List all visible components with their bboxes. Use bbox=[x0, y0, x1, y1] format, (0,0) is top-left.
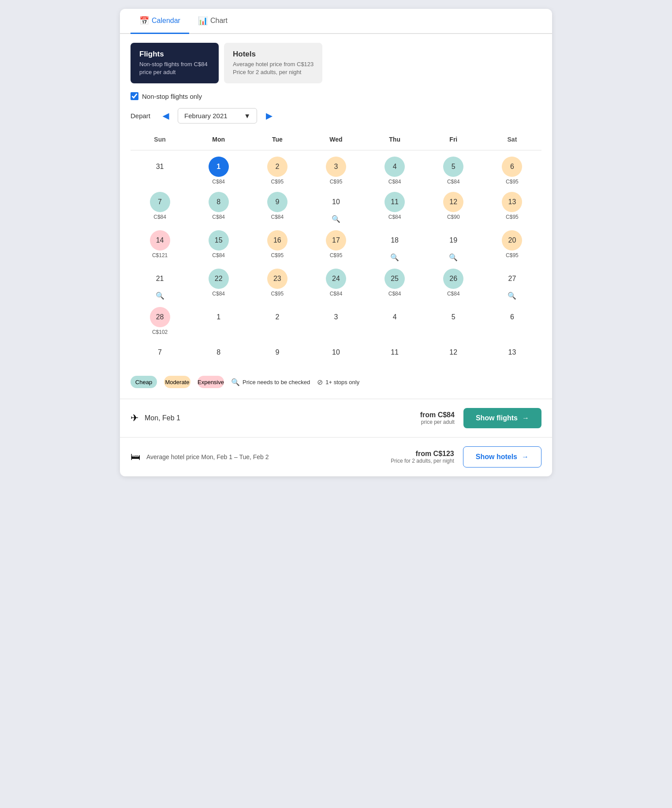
day-circle: 24 bbox=[326, 269, 346, 289]
calendar-day-16[interactable]: 16C$95 bbox=[248, 228, 306, 264]
calendar-day-14[interactable]: 14C$121 bbox=[131, 228, 189, 264]
day-price: C$95 bbox=[506, 179, 519, 185]
legend-cheap: Cheap bbox=[131, 376, 157, 388]
hotels-bottom-right: from C$123 Price for 2 adults, per night… bbox=[391, 446, 541, 468]
calendar-day-other: 8 bbox=[189, 340, 248, 367]
calendar-day-20[interactable]: 20C$95 bbox=[483, 228, 541, 264]
calendar-day-26[interactable]: 26C$84 bbox=[424, 266, 483, 303]
tab-calendar[interactable]: 📅 Calendar bbox=[131, 9, 189, 34]
calendar-day-7[interactable]: 7C$84 bbox=[131, 189, 189, 226]
hotel-price-info: from C$123 Price for 2 adults, per night bbox=[391, 450, 454, 464]
day-price: C$84 bbox=[212, 214, 225, 220]
day-circle: 16 bbox=[267, 230, 287, 251]
day-price: C$84 bbox=[388, 214, 401, 220]
day-circle: 21 bbox=[150, 269, 170, 289]
hotels-type-card[interactable]: Hotels Average hotel price from C$123Pri… bbox=[224, 43, 322, 83]
day-circle: 5 bbox=[443, 307, 463, 327]
flight-price: from C$84 bbox=[420, 411, 455, 419]
calendar-header: Sun Mon Tue Wed Thu Fri Sat bbox=[131, 132, 541, 146]
calendar-day-9[interactable]: 9C$84 bbox=[248, 189, 306, 226]
calendar-day-27[interactable]: 27🔍 bbox=[483, 266, 541, 303]
day-price: C$95 bbox=[271, 252, 284, 258]
day-circle: 11 bbox=[385, 342, 405, 363]
calendar-day-6[interactable]: 6C$95 bbox=[483, 154, 541, 187]
calendar-day-other: 6 bbox=[483, 304, 541, 338]
calendar-day-22[interactable]: 22C$84 bbox=[189, 266, 248, 303]
weekday-tue: Tue bbox=[248, 132, 306, 146]
show-flights-button[interactable]: Show flights → bbox=[463, 408, 541, 428]
month-selector[interactable]: February 2021 ▼ bbox=[178, 108, 257, 123]
day-price: C$84 bbox=[153, 214, 166, 220]
show-hotels-button[interactable]: Show hotels → bbox=[463, 446, 541, 468]
type-selector: Flights Non-stop flights from C$84price … bbox=[131, 43, 541, 83]
day-circle: 26 bbox=[443, 269, 463, 289]
calendar-day-4[interactable]: 4C$84 bbox=[366, 154, 424, 187]
hotel-price-label: Price for 2 adults, per night bbox=[391, 458, 454, 464]
calendar-day-19[interactable]: 19🔍 bbox=[424, 228, 483, 264]
calendar-day-1[interactable]: 1C$84 bbox=[189, 154, 248, 187]
weekday-wed: Wed bbox=[306, 132, 365, 146]
nonstop-checkbox[interactable] bbox=[131, 92, 138, 100]
day-circle: 22 bbox=[209, 269, 229, 289]
day-price: C$95 bbox=[506, 214, 519, 220]
weekday-sat: Sat bbox=[483, 132, 541, 146]
calendar-day-2[interactable]: 2C$95 bbox=[248, 154, 306, 187]
flights-arrow-icon: → bbox=[522, 414, 529, 422]
chart-icon: 📊 bbox=[198, 16, 208, 26]
day-circle: 8 bbox=[209, 192, 229, 212]
day-circle: 14 bbox=[150, 230, 170, 251]
day-circle: 31 bbox=[150, 157, 170, 177]
flights-type-card[interactable]: Flights Non-stop flights from C$84price … bbox=[131, 43, 219, 83]
day-circle: 13 bbox=[502, 192, 522, 212]
calendar-day-24[interactable]: 24C$84 bbox=[306, 266, 365, 303]
calendar-icon: 📅 bbox=[139, 16, 149, 26]
day-circle: 12 bbox=[443, 192, 463, 212]
calendar-day-10[interactable]: 10🔍 bbox=[306, 189, 365, 226]
calendar-day-25[interactable]: 25C$84 bbox=[366, 266, 424, 303]
calendar-day-21[interactable]: 21🔍 bbox=[131, 266, 189, 303]
calendar-day-11[interactable]: 11C$84 bbox=[366, 189, 424, 226]
day-circle: 20 bbox=[502, 230, 522, 251]
day-price: C$84 bbox=[447, 179, 460, 185]
day-circle: 18 bbox=[385, 230, 405, 251]
day-price: C$95 bbox=[506, 252, 519, 258]
main-content: Flights Non-stop flights from C$84price … bbox=[120, 34, 552, 399]
day-circle: 19 bbox=[443, 230, 463, 251]
day-price: C$95 bbox=[271, 291, 284, 297]
calendar-day-23[interactable]: 23C$95 bbox=[248, 266, 306, 303]
calendar-day-28[interactable]: 28C$102 bbox=[131, 304, 189, 338]
day-circle: 11 bbox=[385, 192, 405, 212]
day-price: C$95 bbox=[330, 252, 343, 258]
nonstop-label: Non-stop flights only bbox=[142, 93, 202, 100]
calendar-day-13[interactable]: 13C$95 bbox=[483, 189, 541, 226]
calendar-grid: 311C$842C$953C$954C$845C$846C$957C$848C$… bbox=[131, 154, 541, 367]
calendar-day-5[interactable]: 5C$84 bbox=[424, 154, 483, 187]
day-price: C$121 bbox=[152, 252, 168, 258]
legend-stops-label: 1+ stops only bbox=[325, 379, 359, 385]
legend-stops: ⊘ 1+ stops only bbox=[317, 378, 359, 386]
flights-bottom-left: ✈ Mon, Feb 1 bbox=[131, 412, 180, 424]
calendar-day-18[interactable]: 18🔍 bbox=[366, 228, 424, 264]
calendar-day-12[interactable]: 12C$90 bbox=[424, 189, 483, 226]
prev-month-button[interactable]: ◀ bbox=[159, 109, 172, 123]
next-month-button[interactable]: ▶ bbox=[262, 109, 276, 123]
calendar-day-other: 12 bbox=[424, 340, 483, 367]
flight-price-label: price per adult bbox=[420, 419, 455, 425]
calendar-day-17[interactable]: 17C$95 bbox=[306, 228, 365, 264]
day-circle: 4 bbox=[385, 307, 405, 327]
calendar-day-8[interactable]: 8C$84 bbox=[189, 189, 248, 226]
day-price: C$84 bbox=[388, 291, 401, 297]
day-circle: 23 bbox=[267, 269, 287, 289]
tab-chart[interactable]: 📊 Chart bbox=[189, 9, 236, 34]
calendar-day-3[interactable]: 3C$95 bbox=[306, 154, 365, 187]
day-circle: 2 bbox=[267, 157, 287, 177]
calendar-day-other: 2 bbox=[248, 304, 306, 338]
day-circle: 3 bbox=[326, 307, 346, 327]
tab-calendar-label: Calendar bbox=[152, 17, 180, 25]
hotel-price: from C$123 bbox=[391, 450, 454, 458]
calendar-day-other: 10 bbox=[306, 340, 365, 367]
day-circle: 8 bbox=[209, 342, 229, 363]
day-circle: 10 bbox=[326, 192, 346, 212]
day-circle: 9 bbox=[267, 192, 287, 212]
calendar-day-15[interactable]: 15C$84 bbox=[189, 228, 248, 264]
